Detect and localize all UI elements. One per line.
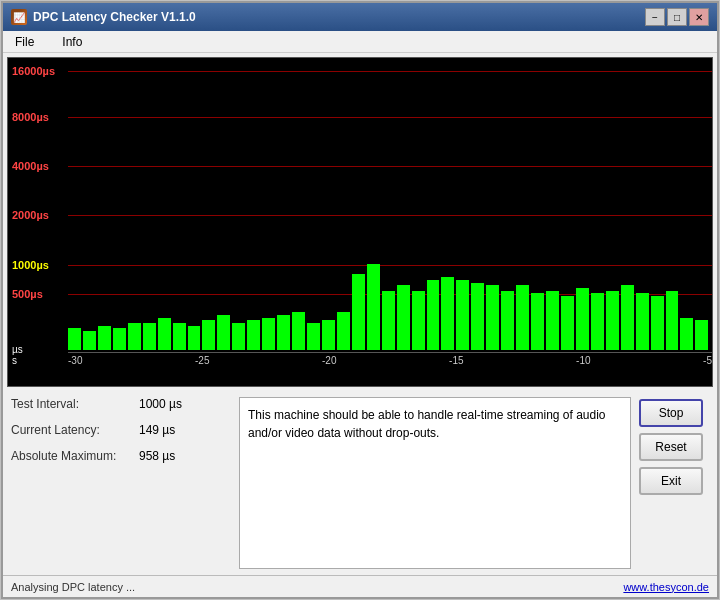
current-latency-row: Current Latency: 149 µs [11, 423, 231, 437]
bar-16 [307, 323, 320, 350]
bar-15 [292, 312, 305, 350]
bar-21 [382, 291, 395, 350]
bar-10 [217, 315, 230, 350]
info-section: Test Interval: 1000 µs Current Latency: … [3, 391, 717, 575]
latency-chart: 16000µs 8000µs 4000µs 2000µs 1000µs 500µ… [7, 57, 713, 387]
absolute-max-value: 958 µs [139, 449, 175, 463]
close-button[interactable]: ✕ [689, 8, 709, 26]
axis-units: µs s [12, 344, 23, 366]
bar-19 [352, 274, 365, 350]
bar-7 [173, 323, 186, 350]
x-label-5: -5 [703, 355, 712, 366]
bar-3 [113, 328, 126, 350]
bar-42 [695, 320, 708, 350]
bar-6 [158, 318, 171, 350]
window-title: DPC Latency Checker V1.1.0 [33, 10, 196, 24]
test-interval-label: Test Interval: [11, 397, 131, 411]
unit-us: µs [12, 344, 23, 355]
current-latency-value: 149 µs [139, 423, 175, 437]
main-window: 📈 DPC Latency Checker V1.1.0 − □ ✕ File … [1, 1, 719, 599]
bar-33 [561, 296, 574, 350]
title-bar: 📈 DPC Latency Checker V1.1.0 − □ ✕ [3, 3, 717, 31]
bar-39 [651, 296, 664, 350]
x-label-25: -25 [195, 355, 209, 366]
bar-1 [83, 331, 96, 350]
x-label-30: -30 [68, 355, 82, 366]
bar-14 [277, 315, 290, 350]
bar-40 [666, 291, 679, 350]
x-label-20: -20 [322, 355, 336, 366]
bar-35 [591, 293, 604, 350]
bar-0 [68, 328, 81, 350]
bar-41 [680, 318, 693, 350]
bar-27 [471, 283, 484, 351]
minimize-button[interactable]: − [645, 8, 665, 26]
bars-container [68, 62, 708, 350]
bar-13 [262, 318, 275, 350]
title-bar-buttons: − □ ✕ [645, 8, 709, 26]
app-icon: 📈 [11, 9, 27, 25]
left-info: Test Interval: 1000 µs Current Latency: … [11, 397, 231, 569]
x-axis: -30 -25 -20 -15 -10 -5 [68, 350, 712, 386]
absolute-max-label: Absolute Maximum: [11, 449, 131, 463]
absolute-max-row: Absolute Maximum: 958 µs [11, 449, 231, 463]
bar-30 [516, 285, 529, 350]
menu-info[interactable]: Info [56, 33, 88, 51]
bar-34 [576, 288, 589, 350]
title-bar-left: 📈 DPC Latency Checker V1.1.0 [11, 9, 196, 25]
bar-17 [322, 320, 335, 350]
status-text: Analysing DPC latency ... [11, 581, 135, 593]
bar-5 [143, 323, 156, 350]
message-box: This machine should be able to handle re… [239, 397, 631, 569]
x-label-10: -10 [576, 355, 590, 366]
thesycon-link[interactable]: www.thesycon.de [623, 581, 709, 593]
bar-9 [202, 320, 215, 350]
bar-4 [128, 323, 141, 350]
bar-31 [531, 293, 544, 350]
bar-24 [427, 280, 440, 350]
bar-12 [247, 320, 260, 350]
bar-28 [486, 285, 499, 350]
x-label-15: -15 [449, 355, 463, 366]
y-label-1000: 1000µs [12, 259, 49, 271]
bar-2 [98, 326, 111, 350]
bar-26 [456, 280, 469, 350]
stop-button[interactable]: Stop [639, 399, 703, 427]
menu-bar: File Info [3, 31, 717, 53]
y-label-2000: 2000µs [12, 209, 49, 221]
reset-button[interactable]: Reset [639, 433, 703, 461]
y-label-8000: 8000µs [12, 111, 49, 123]
bar-22 [397, 285, 410, 350]
maximize-button[interactable]: □ [667, 8, 687, 26]
bar-20 [367, 264, 380, 350]
current-latency-label: Current Latency: [11, 423, 131, 437]
bar-11 [232, 323, 245, 350]
buttons-section: Stop Reset Exit [639, 397, 709, 569]
menu-file[interactable]: File [9, 33, 40, 51]
bar-38 [636, 293, 649, 350]
y-label-4000: 4000µs [12, 160, 49, 172]
bar-32 [546, 291, 559, 350]
exit-button[interactable]: Exit [639, 467, 703, 495]
bar-36 [606, 291, 619, 350]
bar-23 [412, 291, 425, 350]
test-interval-value: 1000 µs [139, 397, 182, 411]
test-interval-row: Test Interval: 1000 µs [11, 397, 231, 411]
bar-37 [621, 285, 634, 350]
bar-25 [441, 277, 454, 350]
bar-8 [188, 326, 201, 350]
bar-18 [337, 312, 350, 350]
bar-29 [501, 291, 514, 350]
y-label-500: 500µs [12, 288, 43, 300]
unit-s: s [12, 355, 23, 366]
x-labels: -30 -25 -20 -15 -10 -5 [68, 353, 712, 366]
status-bar: Analysing DPC latency ... www.thesycon.d… [3, 575, 717, 597]
y-label-16000: 16000µs [12, 65, 55, 77]
